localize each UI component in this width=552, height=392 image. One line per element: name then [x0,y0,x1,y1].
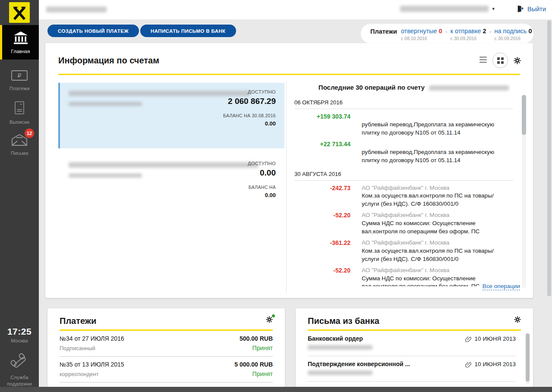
payment-row[interactable]: №34 от 27 ИЮЛЯ 2016 500.00 RUB Подписанн… [60,331,273,357]
sidebar-item-statements[interactable]: Выписки [0,97,39,127]
operation-counterparty: АО "Райффайзенбанк" г. Москва [362,239,507,247]
operation-description: Ком.за осуществ.вал.контроля по ПС на то… [362,192,507,208]
letter-row[interactable]: Банковский ордер 10 ИЮНЯ 2013 [308,382,516,387]
chevron-down-icon: ▾ [492,6,495,12]
status-to-send-link[interactable]: к отправке2 с 30.09.2016 [451,28,486,41]
payments-settings-gear-icon[interactable] [266,316,273,323]
letters-panel-title: Письма из банка [308,316,379,326]
operation-description: Ком.за осуществ.вал.контроля по ПС на то… [362,247,507,263]
write-letter-button[interactable]: НАПИСАТЬ ПИСЬМО В БАНК [140,25,236,37]
operation-amount: -361.22 [294,239,350,263]
redacted-operations-account [429,85,509,91]
redacted-account-subtitle [69,102,142,106]
operations-scrollbar-thumb[interactable] [522,95,526,135]
payment-result: Принят [252,370,273,377]
available-amount: 2 060 867.29 [223,97,276,106]
phone-icon [10,353,28,371]
sidebar-item-main[interactable]: Главная [0,25,39,60]
redacted-company-name [46,6,107,13]
operation-counterparty: АО "Райффайзенбанк" г. Москва [362,211,507,220]
payment-row[interactable]: №35 от 13 ИЮЛЯ 2015 5 000.00 RUB корресп… [60,357,273,383]
to-sign-since: с 30.09.2016 [494,36,532,41]
exit-door-icon [517,5,524,13]
letter-date: 10 ИЮНЯ 2013 [475,361,516,367]
separator-dot: · [445,28,448,35]
ruble-note-icon: ₽ [11,69,28,83]
account-card[interactable]: ДОСТУПНО 0.00 БАЛАНС НА 0.00 [58,154,284,210]
raiffeisen-logo[interactable] [9,2,30,23]
redacted-letter-sender [308,370,372,375]
statement-icon [13,100,26,116]
page-scrollbar-thumb[interactable] [547,20,551,296]
sidebar: Главная ₽ Платежи Выписки [0,0,39,392]
panel-title: Информация по счетам [58,56,159,66]
redacted-letter-sender [308,345,372,350]
payment-doc: №35 от 13 ИЮЛЯ 2015 [60,361,124,368]
payment-status: корреспондент [60,371,99,377]
operation-row[interactable]: -242.73 АО "Райффайзенбанк" г. Москва Ко… [294,184,513,208]
page-footer-bar [0,387,552,392]
to-send-since: с 30.09.2016 [451,36,486,41]
create-payment-button[interactable]: СОЗДАТЬ НОВЫЙ ПЛАТЕЖ [47,25,139,37]
letters-scrollbar-track [526,333,530,384]
operation-amount: -242.73 [294,184,350,208]
svg-text:₽: ₽ [18,72,22,79]
redacted-account-number [69,91,250,96]
payments-status-pill: Платежи отвергнутые0 с 08.10.2016 · к от… [361,24,533,44]
clock: 17:25 Москва [0,326,39,343]
letter-row[interactable]: Подтверждение конверсионной ... 10 ИЮНЯ … [308,356,516,382]
operation-amount: -52.20 [294,211,350,235]
letters-scrollbar-thumb[interactable] [526,333,530,382]
support-label-line1: Служба [0,374,39,381]
bank-icon [13,31,28,46]
envelope-icon: 12 [11,133,28,147]
operation-row[interactable]: -361.22 АО "Райффайзенбанк" г. Москва Ко… [294,239,513,263]
operation-row[interactable]: +159 303.74 рублевый перевод,Предоплата … [294,113,513,137]
payment-status: Подписанный [60,345,95,351]
status-to-sign-link[interactable]: на подпись0 с 30.09.2016 [494,28,532,41]
operation-description: рублевый перевод,Предоплата за керамичес… [362,121,507,137]
available-label: ДОСТУПНО [248,161,276,166]
letter-date: 10 ИЮНЯ 2013 [475,336,516,342]
account-card-selected[interactable]: ДОСТУПНО 2 060 867.29 БАЛАНС НА 30.08.20… [58,83,284,148]
available-label: ДОСТУПНО [223,89,276,94]
operation-description: Сумма НДС по комиссии: Осуществление вал… [362,220,507,235]
support-link[interactable]: Служба поддержки [0,353,39,387]
clock-time: 17:25 [0,326,39,337]
available-amount: 0.00 [248,168,276,178]
letters-settings-gear-icon[interactable] [514,316,521,323]
balance-amount: 0.00 [248,192,276,198]
balance-label: БАЛАНС НА 30.08.2016 [223,113,276,118]
sidebar-item-letters[interactable]: 12 Письма [0,129,39,160]
paperclip-icon [465,361,471,367]
payments-panel: Платежи №34 от 2 [47,308,285,387]
operation-row[interactable]: -52.20 АО "Райффайзенбанк" г. Москва Сум… [294,211,513,235]
operation-row[interactable]: +22 713.44 рублевый перевод,Предоплата з… [294,140,513,164]
new-indicator-dot [272,314,275,317]
top-bar: ▾ Выйти [39,0,552,19]
grid-view-icon[interactable] [492,53,508,68]
sidebar-item-label: Платежи [9,86,30,91]
panel-settings-gear-icon[interactable] [514,57,521,64]
logout-label: Выйти [527,6,546,13]
sidebar-item-label: Письма [11,151,28,156]
redacted-user-name [400,6,489,12]
status-rejected-link[interactable]: отвергнутые0 с 08.10.2016 [401,28,442,41]
payment-doc: №34 от 27 ИЮЛЯ 2016 [60,335,124,342]
all-operations-link[interactable]: Все операции [483,283,520,290]
operations-date-header: 06 ОКТЯБРЯ 2016 [294,97,513,109]
rejected-count: 0 [439,28,442,34]
sidebar-item-payments[interactable]: ₽ Платежи [0,65,39,95]
sidebar-item-label: Главная [11,49,30,54]
user-menu[interactable]: ▾ [400,6,495,12]
support-label-line2: поддержки [0,381,39,387]
operation-amount: +159 303.74 [294,113,350,137]
rejected-since: с 08.10.2016 [401,36,442,41]
operations-column: Последние 30 операций по счету 06 ОКТЯБР… [286,81,533,293]
letters-panel: Письма из банка Банковс [296,308,533,387]
operation-row[interactable]: -52.20 АО "Райффайзенбанк" г. Москва Сум… [294,267,513,286]
logout-button[interactable]: Выйти [517,5,546,13]
list-view-icon[interactable] [479,56,487,64]
payment-result: Принят [252,345,273,351]
letter-row[interactable]: Банковский ордер 10 ИЮНЯ 2013 [308,331,516,356]
